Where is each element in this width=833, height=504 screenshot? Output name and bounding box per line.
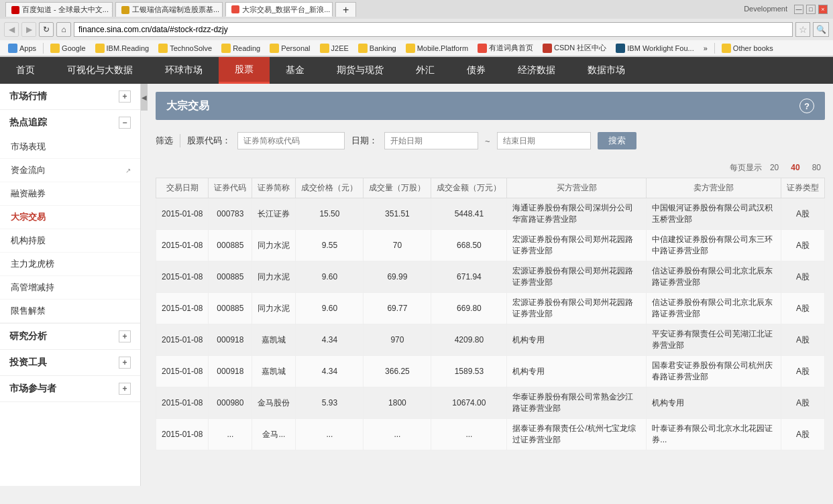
sidebar-collapse-btn[interactable]: ◀ (141, 84, 148, 111)
search-button[interactable]: 搜索 (598, 132, 636, 149)
sidebar-section-market-label: 市场行情 (9, 90, 47, 103)
th-amount: 成交金额（万元） (431, 178, 507, 198)
table-row[interactable]: 2015-01-08000918嘉凯城4.34366.251589.53机构专用… (156, 356, 825, 387)
bookmark-more[interactable]: » (700, 42, 712, 55)
bookmark-ibm-worklight[interactable]: IBM Worklight Fou... (612, 42, 698, 55)
end-date-input[interactable] (497, 132, 591, 149)
tab-sina[interactable]: 大宗交易_数据平台_新浪... × (225, 2, 333, 17)
sidebar-item-margin[interactable]: 融资融券 (0, 182, 140, 206)
dev-label: Development (744, 5, 787, 14)
help-icon[interactable]: ? (799, 99, 814, 113)
main-nav: 首页 可视化与大数据 环球市场 股票 基金 期货与现货 外汇 债券 经济数据 数… (0, 57, 833, 84)
table-row[interactable]: 2015-01-08000918嘉凯城4.349704209.80机构专用平安证… (156, 324, 825, 356)
folder-icon-ibmreading (95, 44, 105, 53)
forward-btn[interactable]: ▶ (21, 22, 36, 37)
sidebar-section-hotspot-label: 热点追踪 (9, 117, 47, 129)
back-btn[interactable]: ◀ (4, 22, 19, 37)
folder-icon-j2ee (320, 44, 329, 53)
nav-economy[interactable]: 经济数据 (502, 57, 571, 84)
sidebar-item-executive[interactable]: 高管增减持 (0, 276, 140, 300)
th-name: 证券简称 (252, 178, 296, 198)
web-icon-csdn (543, 44, 552, 53)
sidebar-header-tools[interactable]: 投资工具 + (0, 350, 140, 375)
page-size-80[interactable]: 80 (808, 162, 825, 174)
nav-datamarket[interactable]: 数据市场 (571, 57, 641, 84)
th-price: 成交价格（元） (296, 178, 364, 198)
nav-futures[interactable]: 期货与现货 (321, 57, 400, 84)
data-table: 交易日期 证券代码 证券简称 成交价格（元） 成交量（万股） 成交金额（万元） … (156, 178, 825, 450)
start-date-input[interactable] (384, 132, 478, 149)
bookmark-csdn[interactable]: CSDN 社区中心 (539, 42, 610, 55)
home-btn[interactable]: ⌂ (56, 22, 71, 37)
maximize-btn[interactable]: □ (806, 5, 816, 14)
sidebar-section-participants-label: 市场参与者 (9, 383, 56, 395)
close-btn[interactable]: × (818, 5, 828, 14)
external-link-icon: ↗ (125, 167, 131, 174)
bookmark-google[interactable]: Google (46, 42, 89, 55)
bookmark-youdao[interactable]: 有道词典首页 (474, 42, 537, 55)
table-row[interactable]: 2015-01-08000980金马股份5.93180010674.00华泰证券… (156, 387, 825, 419)
tab-baidu[interactable]: 百度知道 - 全球最大中文... × (5, 2, 113, 17)
sidebar-item-bulk-trade[interactable]: 大宗交易 (0, 206, 140, 229)
sidebar-item-market-perf[interactable]: 市场表现 (0, 135, 140, 159)
browser-search-btn[interactable]: 🔍 (813, 22, 829, 37)
tab-close-baidu[interactable]: × (111, 6, 113, 13)
tools-toggle[interactable]: + (119, 357, 131, 369)
sidebar-item-institutional[interactable]: 机构持股 (0, 229, 140, 253)
table-row[interactable]: 2015-01-08000885同力水泥9.5570668.50宏源证券股份有限… (156, 230, 825, 261)
sidebar-header-research[interactable]: 研究分析 + (0, 324, 140, 349)
nav-global[interactable]: 环球市场 (149, 57, 219, 84)
window-controls: Development — □ × (744, 5, 828, 14)
tab-icon-icbc (121, 6, 129, 14)
tab-close-icbc[interactable]: × (222, 6, 223, 13)
filter-label: 筛选 (156, 135, 173, 147)
sidebar-item-capital-flow[interactable]: 资金流向 ↗ (0, 159, 140, 182)
research-toggle[interactable]: + (119, 330, 131, 342)
page-size-40[interactable]: 40 (787, 162, 803, 174)
table-row[interactable]: 2015-01-08...金马............据泰证券有限责任公/杭州七… (156, 419, 825, 450)
bookmark-banking[interactable]: Banking (354, 42, 400, 55)
sidebar-header-participants[interactable]: 市场参与者 + (0, 376, 140, 401)
bookmark-other[interactable]: Other books (718, 42, 777, 55)
nav-forex[interactable]: 外汇 (400, 57, 451, 84)
hotspot-toggle[interactable]: − (119, 117, 131, 129)
tab-icon-sina (231, 5, 239, 13)
sidebar-item-dragon-tiger[interactable]: 主力龙虎榜 (0, 253, 140, 276)
filter-row: 筛选 股票代码： 日期： ~ 搜索 (156, 128, 825, 153)
apps-icon (8, 44, 17, 53)
sidebar-section-participants: 市场参与者 + (0, 376, 140, 402)
refresh-btn[interactable]: ↻ (39, 22, 54, 37)
bookmark-apps[interactable]: Apps (4, 42, 40, 55)
bookmark-reading[interactable]: Reading (217, 42, 264, 55)
bookmark-technosolve[interactable]: TechnoSolve (154, 42, 216, 55)
sidebar-item-restricted[interactable]: 限售解禁 (0, 300, 140, 323)
participants-toggle[interactable]: + (119, 383, 131, 395)
tab-icbc[interactable]: 工银瑞信高端制造股票基... × (115, 2, 223, 17)
page-size-20[interactable]: 20 (766, 162, 783, 174)
bookmark-mobile[interactable]: Mobile.Platform (402, 42, 472, 55)
minimize-btn[interactable]: — (794, 5, 803, 14)
market-toggle[interactable]: + (119, 90, 131, 103)
sidebar-header-market[interactable]: 市场行情 + (0, 84, 140, 109)
star-btn[interactable]: ☆ (795, 22, 810, 37)
folder-icon-technosolve (158, 44, 168, 53)
browser-chrome: 百度知道 - 全球最大中文... × 工银瑞信高端制造股票基... × 大宗交易… (0, 0, 833, 57)
table-row[interactable]: 2015-01-08000885同力水泥9.6069.77669.80宏源证券股… (156, 293, 825, 324)
date-separator: ~ (485, 136, 490, 146)
tab-new[interactable]: + (335, 2, 356, 17)
bookmark-ibmreading[interactable]: IBM.Reading (91, 42, 154, 55)
nav-bigdata[interactable]: 可视化与大数据 (51, 57, 149, 84)
nav-bonds[interactable]: 债券 (451, 57, 502, 84)
nav-funds[interactable]: 基金 (270, 57, 321, 84)
page-size-label: 每页显示 (730, 162, 762, 174)
nav-stocks[interactable]: 股票 (219, 57, 270, 84)
table-row[interactable]: 2015-01-08000885同力水泥9.6069.99671.94宏源证券股… (156, 261, 825, 293)
bookmark-j2ee[interactable]: J2EE (316, 42, 353, 55)
sidebar-header-hotspot[interactable]: 热点追踪 − (0, 110, 140, 135)
table-row[interactable]: 2015-01-08000783长江证券15.50351.515448.41海通… (156, 198, 825, 230)
sidebar-section-tools-label: 投资工具 (9, 357, 47, 369)
address-input[interactable] (74, 22, 793, 37)
bookmark-personal[interactable]: Personal (266, 42, 314, 55)
stock-code-input[interactable] (237, 132, 345, 149)
nav-home[interactable]: 首页 (0, 57, 51, 84)
